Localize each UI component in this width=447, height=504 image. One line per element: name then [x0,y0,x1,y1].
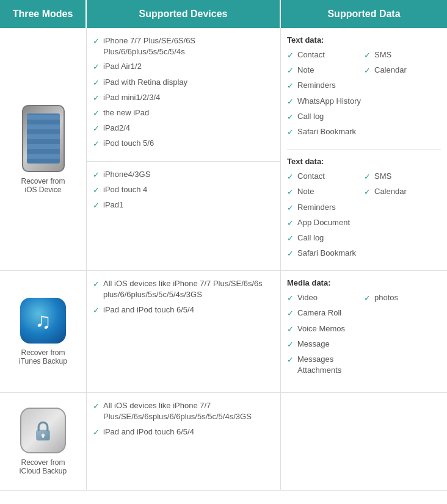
data-item-text: Video [297,292,318,303]
devices-legacy: ✓ iPhone4/3GS ✓ iPod touch 4 ✓ iPad1 [87,162,280,223]
check-icon: ✓ [364,171,371,182]
data-item: ✓ App Document [287,217,364,229]
data-item: ✓ Contact [287,49,364,61]
data-section-text-ios: Text data: ✓ Contact ✓ Note ✓ Reminders [287,35,441,149]
data-item-text: Safari Bookmark [297,248,356,259]
data-col-left: ✓ Contact ✓ Note ✓ Reminders ✓ App Docum… [287,171,364,263]
table-row: Recover fromiOS Device ✓ iPhone 7/7 Plus… [0,28,447,271]
check-icon: ✓ [93,36,100,47]
check-icon: ✓ [93,185,100,196]
check-icon: ✓ [287,127,294,138]
data-item: ✓ Calendar [364,186,441,198]
data-item-text: Safari Bookmark [297,126,356,137]
check-icon: ✓ [93,200,100,211]
data-item-text: SMS [374,171,391,182]
devices-itunes: ✓ All iOS devices like iPhone 7/7 Plus/S… [87,271,281,392]
data-item: ✓ WhatsApp History [287,96,364,107]
data-item-text: Reminders [297,80,336,91]
table-row-icloud: Recover fromiCloud Backup ✓ All iOS devi… [0,393,447,491]
data-item: ✓ Safari Bookmark [287,248,364,259]
data-item-text: Reminders [297,202,336,213]
itunes-icon: ♫ [20,298,66,344]
data-section-title: Media data: [287,278,441,287]
header-data: Supported Data [281,0,447,28]
data-item: ✓ photos [364,292,441,304]
device-text: iPod touch 5/6 [103,138,154,149]
data-item: ✓ Note [287,65,364,76]
check-icon: ✓ [93,77,100,88]
device-item: ✓ iPad with Retina display [93,77,274,88]
check-icon: ✓ [287,248,294,259]
data-col-left: ✓ Contact ✓ Note ✓ Reminders ✓ WhatsApp … [287,49,364,142]
device-text: All iOS devices like iPhone 7/7 Plus/SE/… [103,278,274,300]
data-col-itunes: Media data: ✓ Video ✓ Camera Roll ✓ Voic… [281,271,447,392]
check-icon: ✓ [287,218,294,229]
data-item: ✓ Call log [287,111,364,123]
check-icon: ✓ [93,123,100,134]
check-icon: ✓ [287,293,294,304]
data-section-title: Text data: [287,157,441,166]
music-note-icon: ♫ [35,310,51,332]
device-item: ✓ iPad1 [93,200,274,211]
data-col-icloud [281,393,447,490]
check-icon: ✓ [287,324,294,335]
data-item-text: Calendar [374,65,407,76]
data-item-text: Messages Attachments [297,354,364,376]
iphone-icon [22,105,65,172]
data-item-text: Voice Memos [297,323,345,334]
check-icon: ✓ [93,93,100,104]
device-text: iPhone 7/7 Plus/SE/6S/6S Plus/6/6plus/5s… [103,35,274,57]
data-item-text: SMS [374,49,391,60]
data-item-text: Contact [297,171,325,182]
data-item: ✓ Video [287,292,364,304]
check-icon: ✓ [93,108,100,119]
iphone-screen [27,113,60,164]
check-icon: ✓ [364,187,371,198]
data-items-row: ✓ Contact ✓ Note ✓ Reminders ✓ WhatsApp … [287,49,441,142]
check-icon: ✓ [287,50,294,61]
svg-rect-2 [42,436,44,439]
device-item: ✓ iPhone4/3GS [93,169,274,181]
check-icon: ✓ [287,112,294,123]
device-item: ✓ iPad mini1/2/3/4 [93,92,274,104]
data-item-text: Call log [297,232,324,243]
data-item: ✓ Camera Roll [287,308,364,319]
device-item: ✓ iPod touch 4 [93,184,274,196]
check-icon: ✓ [93,139,100,149]
device-text: iPad and iPod touch 6/5/4 [103,304,194,315]
check-icon: ✓ [287,171,294,182]
data-item: ✓ Note [287,186,364,198]
devices-icloud: ✓ All iOS devices like iPhone 7/7 Plus/S… [87,393,281,490]
device-text: iPad mini1/2/3/4 [103,92,160,103]
data-item: ✓ Voice Memos [287,323,364,335]
device-text: iPad Air1/2 [103,61,142,72]
check-icon: ✓ [287,81,294,92]
check-icon: ✓ [287,355,294,365]
check-icon: ✓ [287,308,294,319]
check-icon: ✓ [364,65,371,76]
data-item-text: Note [297,186,314,197]
check-icon: ✓ [287,65,294,76]
data-item: ✓ SMS [364,171,441,182]
device-text: iPad with Retina display [103,77,187,88]
header-devices: Supported Devices [87,0,281,28]
device-text: iPad2/4 [103,123,130,134]
check-icon: ✓ [287,233,294,244]
data-item: ✓ Call log [287,232,364,244]
mode-label-icloud: Recover fromiCloud Backup [20,458,67,475]
device-text: iPhone4/3GS [103,169,150,180]
data-section-text-legacy: Text data: ✓ Contact ✓ Note ✓ Reminders [287,149,441,263]
device-item: ✓ All iOS devices like iPhone 7/7 Plus/S… [93,278,274,300]
device-text: All iOS devices like iPhone 7/7 Plus/SE/… [103,400,274,422]
device-text: the new iPad [103,107,149,118]
data-item: ✓ SMS [364,49,441,61]
data-item-text: photos [374,292,398,303]
data-item-text: Camera Roll [297,308,341,319]
data-item: ✓ Contact [287,171,364,182]
data-items-row: ✓ Video ✓ Camera Roll ✓ Voice Memos ✓ Me… [287,292,441,380]
check-icon: ✓ [364,293,371,304]
device-item: ✓ iPad and iPod touch 6/5/4 [93,427,274,438]
check-icon: ✓ [287,339,294,350]
device-text: iPad1 [103,200,123,211]
device-item: ✓ iPhone 7/7 Plus/SE/6S/6S Plus/6/6plus/… [93,35,274,57]
